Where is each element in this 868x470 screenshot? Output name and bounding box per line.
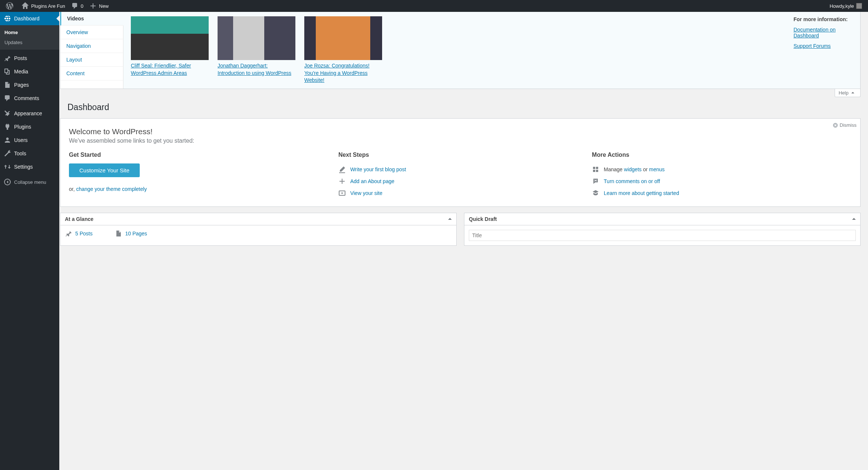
wp-logo[interactable] (3, 0, 19, 12)
new-content-link[interactable]: New (86, 0, 112, 12)
site-name-text: Plugins Are Fun (31, 3, 65, 9)
new-label: New (99, 3, 109, 9)
admin-bar: Plugins Are Fun 0 New Howdy, kyle (0, 0, 868, 12)
comments-link[interactable]: 0 (68, 0, 86, 12)
comment-icon (71, 2, 79, 10)
plus-icon (89, 2, 97, 10)
home-icon (21, 2, 29, 10)
site-name-link[interactable]: Plugins Are Fun (19, 0, 68, 12)
my-account[interactable]: Howdy, kyle (826, 0, 865, 12)
username: kyle (845, 3, 854, 9)
howdy-prefix: Howdy, (829, 3, 845, 9)
comments-count: 0 (81, 3, 83, 9)
avatar (856, 3, 862, 9)
wordpress-icon (6, 2, 13, 10)
